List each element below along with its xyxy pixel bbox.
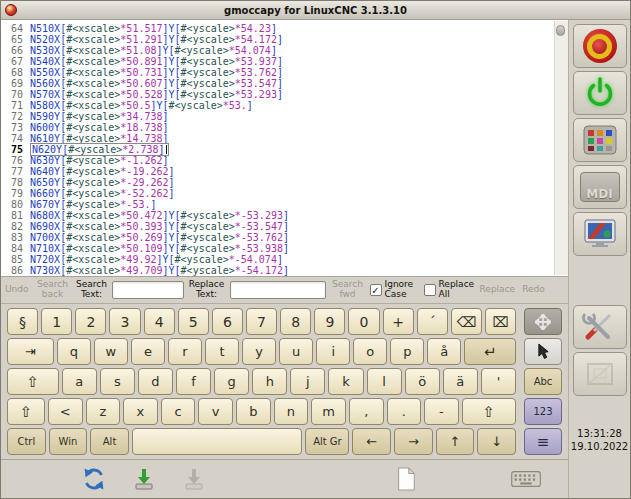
key-y[interactable]: y [242,338,276,365]
key-ctrl[interactable]: Ctrl [7,428,46,455]
gcode-line[interactable]: 79N660Y[#<yscale>*-52.262] [3,188,568,199]
key-8[interactable]: 8 [280,308,311,335]
undo-button[interactable]: Undo [3,285,31,295]
gcode-line[interactable]: 73N600Y[#<yscale>*18.738] [3,122,568,133]
key-numeric-layer[interactable]: 123 [524,398,562,425]
key-pointer[interactable] [524,338,562,365]
search-fwd-button[interactable]: Search fwd [329,280,367,300]
key-space[interactable] [132,428,302,455]
key-o[interactable]: o [353,338,387,365]
keyboard-toggle-button[interactable] [505,464,547,494]
gcode-line[interactable]: 76N630Y[#<yscale>*-1.262] [3,155,568,166]
key-tab[interactable]: ⇥ [7,338,54,365]
gcode-line[interactable]: 68N550X[#<xscale>*50.731]Y[#<yscale>*53.… [3,67,568,78]
estop-button[interactable] [573,24,627,68]
key-shift-left[interactable]: ⇧ [7,368,59,395]
gcode-line[interactable]: 80N670Y[#<yscale>*-53.] [3,199,568,210]
key-b[interactable]: b [236,398,271,425]
key-move[interactable] [524,308,562,335]
key-0[interactable]: 0 [348,308,379,335]
key-v[interactable]: v [198,398,233,425]
key-plus[interactable]: + [383,308,414,335]
key-shift-left-2[interactable]: ⇧ [7,398,45,425]
key-3[interactable]: 3 [109,308,140,335]
replace-all-checkbox[interactable] [424,284,436,296]
key-r[interactable]: r [168,338,202,365]
key-7[interactable]: 7 [246,308,277,335]
screen-button[interactable] [573,212,627,256]
key-x[interactable]: x [123,398,158,425]
key-period[interactable]: . [387,398,422,425]
key-less-than[interactable]: < [48,398,83,425]
gcode-line[interactable]: 67N540X[#<xscale>*50.891]Y[#<yscale>*53.… [3,56,568,67]
key-s[interactable]: s [100,368,135,395]
key-f[interactable]: f [176,368,211,395]
key-2[interactable]: 2 [75,308,106,335]
key-adiaeresis[interactable]: ä [443,368,478,395]
key-clear[interactable]: ⌧ [485,308,516,335]
key-aring[interactable]: å [427,338,461,365]
key-j[interactable]: j [290,368,325,395]
gcode-line[interactable]: 77N640Y[#<yscale>*-19.262] [3,166,568,177]
redo-button[interactable]: Redo [520,285,547,295]
gcode-line[interactable]: 84N710X[#<xscale>*50.109]Y[#<yscale>*-53… [3,243,568,254]
key-odiaeresis[interactable]: ö [405,368,440,395]
key-p[interactable]: p [390,338,424,365]
key-arrow-right[interactable]: → [394,428,433,455]
key-h[interactable]: h [252,368,287,395]
key-acute[interactable]: ´ [417,308,448,335]
tool-settings-button[interactable] [573,305,627,349]
key-menu[interactable]: ≡ [524,428,562,455]
gcode-line[interactable]: 78N650Y[#<yscale>*-29.262] [3,177,568,188]
search-back-button[interactable]: Search back [34,280,72,300]
key-g[interactable]: g [214,368,249,395]
gcode-line[interactable]: 83N700X[#<xscale>*50.269]Y[#<yscale>*-53… [3,232,568,243]
key-abc-layer[interactable]: Abc [524,368,562,395]
key-apostrophe[interactable]: ' [481,368,516,395]
key-shift-right[interactable]: ⇧ [462,398,516,425]
gcode-line[interactable]: 81N680X[#<xscale>*50.472]Y[#<yscale>*-53… [3,210,568,221]
key-altgr[interactable]: Alt Gr [305,428,349,455]
key-z[interactable]: z [86,398,121,425]
ignore-case-checkbox[interactable]: ✓ [370,284,382,296]
gcode-line[interactable]: 65N520X[#<xscale>*51.291]Y[#<yscale>*54.… [3,34,568,45]
key-minus[interactable]: - [424,398,459,425]
scrollbar-thumb[interactable] [556,25,565,36]
key-t[interactable]: t [205,338,239,365]
key-a[interactable]: a [62,368,97,395]
gcode-line[interactable]: 70N570X[#<xscale>*50.528]Y[#<yscale>*53.… [3,89,568,100]
mdi-button[interactable]: MDI [573,165,627,209]
gcode-line[interactable]: 86N730X[#<xscale>*49.709]Y[#<yscale>*-54… [3,265,568,276]
gcode-line[interactable]: 75N620Y[#<yscale>*2.738] [3,144,568,155]
key-c[interactable]: c [161,398,196,425]
gcode-line[interactable]: 69N560X[#<xscale>*50.607]Y[#<yscale>*53.… [3,78,568,89]
key-i[interactable]: i [316,338,350,365]
gcode-line[interactable]: 71N580X[#<xscale>*50.5]Y[#<yscale>*53.] [3,100,568,111]
machine-on-button[interactable] [573,71,627,115]
key-m[interactable]: m [311,398,346,425]
gcode-line[interactable]: 72N590Y[#<yscale>*34.738] [3,111,568,122]
key-6[interactable]: 6 [212,308,243,335]
key-alt[interactable]: Alt [90,428,129,455]
new-file-button[interactable] [385,464,427,494]
key-d[interactable]: d [138,368,173,395]
key-section[interactable]: § [7,308,38,335]
keypad-button[interactable] [573,118,627,162]
replace-button[interactable]: Replace [478,285,518,295]
key-5[interactable]: 5 [178,308,209,335]
key-enter[interactable]: ↵ [464,338,516,365]
key-e[interactable]: e [131,338,165,365]
key-k[interactable]: k [328,368,363,395]
key-n[interactable]: n [274,398,309,425]
gcode-line[interactable]: 66N530X[#<xscale>*51.08]Y[#<yscale>*54.0… [3,45,568,56]
key-arrow-left[interactable]: ← [352,428,391,455]
gcode-line[interactable]: 64N510X[#<xscale>*51.517]Y[#<yscale>*54.… [3,23,568,34]
key-1[interactable]: 1 [41,308,72,335]
save-button[interactable] [123,464,165,494]
gcode-line[interactable]: 82N690X[#<xscale>*50.393]Y[#<yscale>*-53… [3,221,568,232]
gcode-line[interactable]: 85N720X[#<xscale>*49.92]Y[#<yscale>*-54.… [3,254,568,265]
key-u[interactable]: u [279,338,313,365]
key-w[interactable]: w [94,338,128,365]
gcode-editor[interactable]: 64N510X[#<xscale>*51.517]Y[#<yscale>*54.… [1,20,568,277]
key-4[interactable]: 4 [144,308,175,335]
